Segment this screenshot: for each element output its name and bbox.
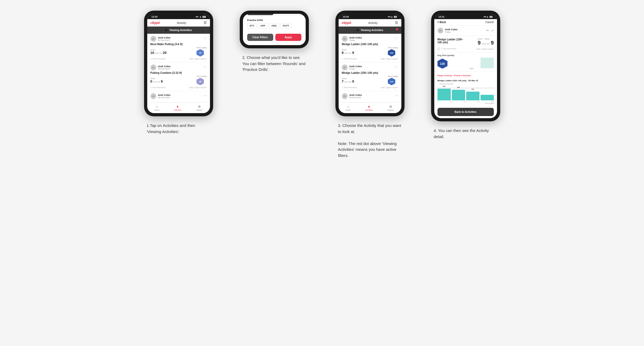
bar-2: 129 [452,90,465,100]
avg-shot-quality-section: Avg Shot Quality 130 130 100 50 0 [434,53,497,71]
activity-card-1-2[interactable]: JC Josh Coles 28 Feb 2023 ··· Putting Co… [147,62,210,91]
dots-menu-1-2[interactable]: ··· [204,65,207,69]
stats-row-1-1: Score 10 OUT OF 20 Shot Quality 75 [150,47,207,57]
nav-capture-1[interactable]: ⊕ Capture [196,104,203,111]
bar-chart-section: Wedge Ladder (100–140 yds) - 06 Mar 23 ·… [434,78,497,106]
phone-4-screen: 13:21 ●●▲ 44 < Back Cancel JC [434,14,497,118]
info-icon-4: i [437,48,440,50]
cancel-button-4[interactable]: Cancel [485,21,494,24]
phone-column-2: 13:21 ●●▲ 44 clippd Activity ☰ ⚙ [232,11,317,73]
edit-icon-4[interactable]: ✏ [486,29,489,32]
activity-card-3-3[interactable]: JC Josh Coles 28 Feb 2023 ··· [339,91,401,102]
menu-icon-1[interactable]: ☰ [204,21,207,25]
card-header-1-1: JC Josh Coles 28 Feb 2023 ··· [150,36,207,42]
nav-home-1[interactable]: ⌂ Home [154,104,159,111]
detail-user-section: JC Josh Coles Today ✏ ⤢ [434,25,497,36]
bar-3: 124 [466,92,479,100]
score-stat-1-1: Score 10 OUT OF 20 [150,49,167,55]
activity-card-1-3[interactable]: JC Josh Coles 28 Feb 2023 ··· [147,91,210,102]
caption-1: 1.Tap on Activities and then 'Viewing Ac… [147,123,211,135]
caption-2: 2. Choose what you'd like to see. You ca… [242,55,306,73]
shot-quality-stat-1-1: Shot Quality 75 [196,47,207,57]
viewing-banner-text-1: Viewing Activities [169,29,192,32]
phone-1: 13:20 ●● ▲ 44 clippd Activity ☰ ⚙ [144,11,213,116]
home-icon-1: ⌂ [156,104,158,109]
caption-4: 4. You can then see the Activity detail. [434,128,498,140]
bar-chart: 132 129 124 [437,86,494,100]
filter-toggle-rounds[interactable]: Rounds [247,14,273,15]
phone-2-screen: 13:21 ●●▲ 44 clippd Activity ☰ ⚙ [243,14,306,45]
filter-practice-label: Practice Drills [247,19,301,22]
shot-quality-hex-1-1: 75 [196,49,204,57]
nav-activities-3[interactable]: ♦ Activities [365,104,373,111]
capture-icon-1: ⊕ [198,104,201,109]
chart-bar-4 [481,58,494,68]
card-title-1-1: Must Make Putting (3-6 ft) [150,43,207,46]
clear-filters-button[interactable]: Clear Filters [247,34,273,41]
card-header-1-2: JC Josh Coles 28 Feb 2023 ··· [150,65,207,70]
apply-button[interactable]: Apply [275,34,301,41]
red-dot-3 [396,28,398,30]
filter-toggle-practice[interactable]: Practice Drills [275,14,301,15]
avatar-1-3: JC [150,93,156,99]
page-container: 13:20 ●● ▲ 44 clippd Activity ☰ ⚙ [136,11,508,159]
chip-app[interactable]: APP [258,23,268,28]
expand-icon-4[interactable]: ⤢ [491,29,494,32]
filter-action-row: Clear Filters Apply [247,34,301,41]
phone-3: 13:20 ●●▲ 44 clippd Activity ☰ ⚙ Viewing… [335,11,405,116]
dots-menu-1-3[interactable]: ··· [204,93,207,97]
bar-4 [481,95,494,100]
logo-1: clippd [150,21,160,25]
nav-capture-3[interactable]: ⊕ Capture [387,104,394,111]
back-to-activities-button[interactable]: Back to Activities [437,108,494,116]
status-bar-1: 13:20 ●● ▲ 44 [147,14,210,19]
filter-icon-1: ⚙ [165,28,168,32]
nav-activities-1[interactable]: ♦ Activities [174,104,182,111]
bar-1: 132 [437,89,451,100]
status-bar-4: 13:21 ●●▲ 44 [434,14,497,19]
app-header-3: clippd Activity ☰ [339,19,401,27]
detail-score-section: Wedge Ladder (100–140 yds) Score Shots 9… [434,36,497,53]
phone-column-4: 13:21 ●●▲ 44 < Back Cancel JC [423,11,508,140]
phone-column-1: 13:20 ●● ▲ 44 clippd Activity ☰ ⚙ [136,11,221,135]
nav-home-3[interactable]: ⌂ Home [346,104,351,111]
filter-chips-row: OTT APP ARG PUTT [247,23,301,28]
dots-menu-1-1[interactable]: ··· [204,36,207,40]
activity-card-3-2[interactable]: JC Josh Coles Today ··· Wedge Ladder (10… [339,62,401,91]
user-name-1-1: Josh Coles [158,36,171,39]
filter-toggle-row: Rounds Practice Drills [247,14,301,15]
filter-sheet: Filter ✕ Show Rounds Practice Drills Pra… [243,14,306,45]
time-1: 13:20 [151,15,158,18]
session-link-section: Player Activity › Practice Session [434,71,497,78]
chip-ott[interactable]: OTT [247,23,257,28]
phone-3-screen: 13:20 ●●▲ 44 clippd Activity ☰ ⚙ Viewing… [339,14,401,113]
header-title-1: Activity [177,21,186,24]
card-footer-1-1: ⊙ Test Information Data: Clippd Capture [150,58,207,60]
status-bar-3: 13:20 ●●▲ 44 [339,14,401,19]
viewing-banner-1[interactable]: ⚙ Viewing Activities [147,27,210,34]
chip-arg[interactable]: ARG [269,23,279,28]
app-header-1: clippd Activity ☰ [147,19,210,27]
chip-putt[interactable]: PUTT [280,23,292,28]
activity-card-3-1[interactable]: JC Josh Coles Today ··· Wedge Ladder (10… [339,34,401,62]
phone-column-3: 13:20 ●●▲ 44 clippd Activity ☰ ⚙ Viewing… [327,11,413,159]
caption-3: 3. Choose the Activity that you want to … [338,123,402,159]
status-icons-1: ●● ▲ 44 [196,15,206,18]
back-button-4[interactable]: < Back [437,21,446,24]
phone-1-screen: 13:20 ●● ▲ 44 clippd Activity ☰ ⚙ [147,14,210,113]
activities-icon-1: ♦ [177,104,179,109]
activity-card-1-1[interactable]: JC Josh Coles 28 Feb 2023 ··· Must Make … [147,34,210,62]
avg-line [437,88,494,88]
avatar-1-1: JC [150,36,156,42]
bottom-nav-1: ⌂ Home ♦ Activities ⊕ Capture [147,102,210,113]
user-row-1-1: JC Josh Coles 28 Feb 2023 [150,36,171,42]
phone-4: 13:21 ●●▲ 44 < Back Cancel JC [431,11,500,121]
user-date-1-1: 28 Feb 2023 [158,39,171,41]
avatar-4: JC [437,28,443,33]
bottom-nav-3: ⌂ Home ♦ Activities ⊕ Capture [339,102,401,113]
phone-2: 13:21 ●●▲ 44 clippd Activity ☰ ⚙ [240,11,309,48]
detail-header-4: < Back Cancel [434,19,497,25]
user-info-1-1: Josh Coles 28 Feb 2023 [158,36,171,41]
avatar-1-2: JC [150,65,156,70]
viewing-banner-3[interactable]: ⚙ Viewing Activities [339,27,401,34]
